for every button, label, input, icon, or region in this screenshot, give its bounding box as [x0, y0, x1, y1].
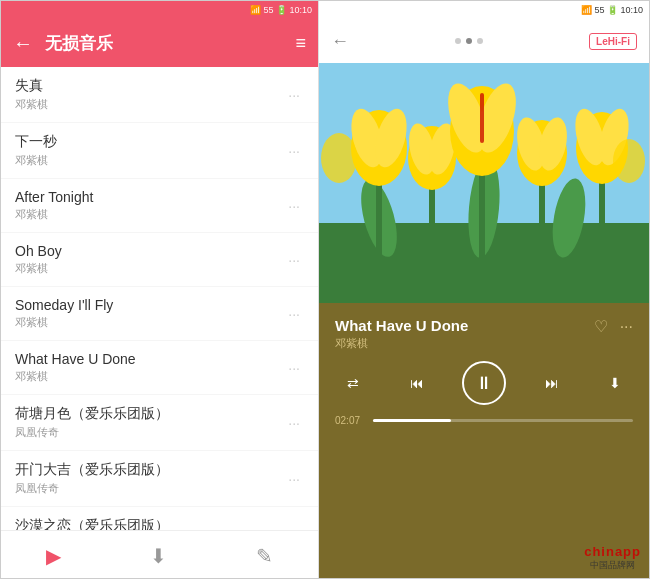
more-icon[interactable]: ··· [284, 248, 304, 272]
track-artist: 邓紫棋 [335, 336, 594, 351]
pause-button[interactable]: ⏸ [462, 361, 506, 405]
heart-icon[interactable]: ♡ [594, 317, 608, 336]
album-art [319, 63, 649, 303]
song-artist: 邓紫棋 [15, 261, 284, 276]
watermark: chinapp 中国品牌网 [584, 544, 641, 572]
status-bar-right: 📶 55 🔋 10:10 [319, 1, 649, 19]
more-icon[interactable]: ··· [284, 194, 304, 218]
left-header: ← 无损音乐 ≡ [1, 19, 318, 67]
song-info: 开门大吉（爱乐乐团版） 凤凰传奇 [15, 461, 284, 496]
song-title: 沙漠之恋（爱乐乐团版） [15, 517, 284, 530]
svg-rect-19 [480, 93, 484, 143]
dot-2 [466, 38, 472, 44]
list-item[interactable]: 荷塘月色（爱乐乐团版） 凤凰传奇 ··· [1, 395, 318, 451]
list-item[interactable]: 失真 邓紫棋 ··· [1, 67, 318, 123]
dot-3 [477, 38, 483, 44]
back-button-left[interactable]: ← [13, 32, 33, 55]
song-title: Someday I'll Fly [15, 297, 284, 313]
song-title: 开门大吉（爱乐乐团版） [15, 461, 284, 479]
progress-row: 02:07 [335, 415, 633, 426]
list-item[interactable]: 下一秒 邓紫棋 ··· [1, 123, 318, 179]
song-artist: 凤凰传奇 [15, 481, 284, 496]
song-info: Someday I'll Fly 邓紫棋 [15, 297, 284, 330]
more-options-icon[interactable]: ··· [620, 318, 633, 336]
song-artist: 凤凰传奇 [15, 425, 284, 440]
song-artist: 邓紫棋 [15, 315, 284, 330]
equalizer-icon[interactable]: ≡ [295, 33, 306, 54]
song-info: 失真 邓紫棋 [15, 77, 284, 112]
more-icon[interactable]: ··· [284, 139, 304, 163]
page-title: 无损音乐 [45, 32, 295, 55]
more-icon[interactable]: ··· [284, 302, 304, 326]
song-title: 下一秒 [15, 133, 284, 151]
track-info-row: What Have U Done 邓紫棋 ♡ ··· [335, 317, 633, 351]
left-panel: 📶 55 🔋 10:10 ← 无损音乐 ≡ 失真 邓紫棋 ··· 下一秒 邓紫棋… [1, 1, 319, 579]
song-info: 下一秒 邓紫棋 [15, 133, 284, 168]
edit-tab-icon[interactable]: ✎ [236, 536, 293, 576]
player-area: What Have U Done 邓紫棋 ♡ ··· ⇄ ⏮ ⏸ ⏭ ⬇ 02:… [319, 303, 649, 579]
more-icon[interactable]: ··· [284, 523, 304, 531]
song-title: After Tonight [15, 189, 284, 205]
lehi-fi-badge: LeHi-Fi [589, 33, 637, 50]
dot-1 [455, 38, 461, 44]
song-artist: 邓紫棋 [15, 369, 284, 384]
shuffle-icon[interactable]: ⇄ [335, 365, 371, 401]
right-panel: 📶 55 🔋 10:10 ← LeHi-Fi [319, 1, 649, 579]
svg-point-26 [321, 133, 357, 183]
song-info: 沙漠之恋（爱乐乐团版） 凤凰传奇 [15, 517, 284, 530]
track-name: What Have U Done [335, 317, 594, 334]
next-button[interactable]: ⏭ [534, 365, 570, 401]
song-info: 荷塘月色（爱乐乐团版） 凤凰传奇 [15, 405, 284, 440]
status-icons-right: 📶 55 🔋 10:10 [581, 5, 643, 15]
more-icon[interactable]: ··· [284, 411, 304, 435]
previous-button[interactable]: ⏮ [399, 365, 435, 401]
song-info: Oh Boy 邓紫棋 [15, 243, 284, 276]
more-icon[interactable]: ··· [284, 356, 304, 380]
song-artist: 邓紫棋 [15, 207, 284, 222]
track-actions: ♡ ··· [594, 317, 633, 336]
list-item[interactable]: Someday I'll Fly 邓紫棋 ··· [1, 287, 318, 341]
song-artist: 邓紫棋 [15, 97, 284, 112]
play-tab-icon[interactable]: ▶ [26, 536, 81, 576]
more-icon[interactable]: ··· [284, 83, 304, 107]
song-title: 荷塘月色（爱乐乐团版） [15, 405, 284, 423]
list-item[interactable]: What Have U Done 邓紫棋 ··· [1, 341, 318, 395]
song-title: Oh Boy [15, 243, 284, 259]
status-bar-left: 📶 55 🔋 10:10 [1, 1, 318, 19]
status-icons-left: 📶 55 🔋 10:10 [250, 5, 312, 15]
list-item[interactable]: Oh Boy 邓紫棋 ··· [1, 233, 318, 287]
song-artist: 邓紫棋 [15, 153, 284, 168]
current-time: 02:07 [335, 415, 365, 426]
progress-fill [373, 419, 451, 422]
track-text: What Have U Done 邓紫棋 [335, 317, 594, 351]
list-item[interactable]: 开门大吉（爱乐乐团版） 凤凰传奇 ··· [1, 451, 318, 507]
download-tab-icon[interactable]: ⬇ [130, 536, 187, 576]
album-art-svg [319, 63, 649, 303]
download-icon[interactable]: ⬇ [597, 365, 633, 401]
song-title: What Have U Done [15, 351, 284, 367]
progress-bar[interactable] [373, 419, 633, 422]
watermark-text-top: chinapp [584, 544, 641, 559]
back-button-right[interactable]: ← [331, 31, 349, 52]
list-item[interactable]: After Tonight 邓紫棋 ··· [1, 179, 318, 233]
controls-row: ⇄ ⏮ ⏸ ⏭ ⬇ [335, 361, 633, 405]
page-dots [349, 38, 589, 44]
song-title: 失真 [15, 77, 284, 95]
svg-point-27 [613, 139, 645, 183]
right-header: ← LeHi-Fi [319, 19, 649, 63]
more-icon[interactable]: ··· [284, 467, 304, 491]
left-footer: ▶ ⬇ ✎ [1, 530, 318, 579]
song-info: What Have U Done 邓紫棋 [15, 351, 284, 384]
song-info: After Tonight 邓紫棋 [15, 189, 284, 222]
list-item[interactable]: 沙漠之恋（爱乐乐团版） 凤凰传奇 ··· [1, 507, 318, 530]
watermark-text-bottom: 中国品牌网 [590, 559, 635, 572]
song-list: 失真 邓紫棋 ··· 下一秒 邓紫棋 ··· After Tonight 邓紫棋… [1, 67, 318, 530]
